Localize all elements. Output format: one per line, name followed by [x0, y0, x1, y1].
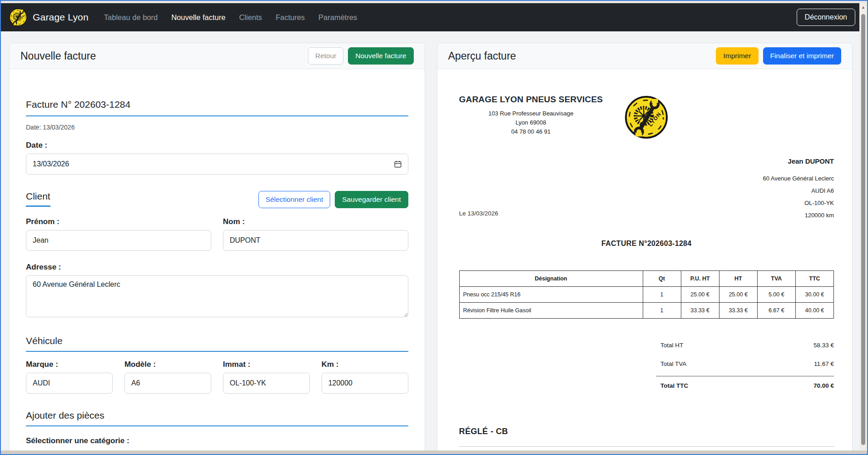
vehicle-field-label: Km : [322, 360, 408, 369]
preview-title: Aperçu facture [448, 50, 516, 62]
garage-logo-icon [9, 8, 27, 26]
cell-tva: 5.00 € [757, 287, 795, 303]
last-name-label: Nom : [223, 217, 408, 226]
vehicle-heading: Véhicule [26, 335, 408, 352]
window-bottom-edge [1, 450, 867, 454]
table-header-cell: HT [719, 271, 757, 287]
vehicle-field: Immat : [223, 360, 310, 394]
category-label: Sélectionner une catégorie : [26, 436, 408, 445]
cell-designation: Pnesu occ 215/45 R16 [459, 287, 643, 303]
parts-heading: Ajouter des pièces [26, 410, 408, 426]
page-title: Nouvelle facture [20, 50, 96, 62]
total-label: Total HT [660, 342, 683, 349]
customer-line: 60 Avenue Général Leclerc [763, 172, 834, 185]
paid-status: RÉGLÉ - CB [459, 427, 834, 436]
vehicle-field-label: Immat : [223, 360, 310, 369]
total-value: 58.33 € [813, 342, 834, 349]
nav-link[interactable]: Nouvelle facture [171, 13, 225, 22]
table-header-cell: Désignation [459, 271, 643, 287]
vehicle-field-input[interactable] [26, 373, 113, 394]
vehicle-field-input[interactable] [322, 373, 408, 394]
brand[interactable]: Garage Lyon [9, 8, 89, 26]
total-label: Total TVA [660, 360, 686, 367]
table-header-cell: TVA [757, 271, 795, 287]
customer-line: 120000 km [763, 209, 834, 221]
totals-block: Total HT 58.33 € Total TVA 11.67 € Total… [656, 338, 834, 393]
vehicle-field: Modèle : [124, 360, 211, 394]
nav-links: Tableau de bord Nouvelle facture Clients… [104, 13, 357, 22]
select-client-button[interactable]: Sélectionner client [258, 191, 331, 208]
company-block: GARAGE LYON PNEUS SERVICES 103 Rue Profe… [459, 95, 603, 137]
nav-link[interactable]: Paramètres [318, 13, 357, 22]
customer-line: OL-100-YK [763, 197, 834, 209]
invoice-number-heading: Facture N° 202603-1284 [26, 99, 408, 116]
cell-ht: 33.33 € [719, 303, 757, 319]
app-window: Garage Lyon Tableau de bord Nouvelle fac… [0, 0, 868, 455]
company-address-line: 103 Rue Professeur Beauvisage [488, 110, 573, 117]
table-header-cell: Qt [643, 271, 681, 287]
invoice-document: GARAGE LYON PNEUS SERVICES 103 Rue Profe… [437, 69, 853, 454]
logout-button[interactable]: Déconnexion [797, 9, 855, 26]
first-name-input[interactable] [26, 230, 211, 251]
vehicle-field-label: Modèle : [124, 360, 211, 369]
vertical-scrollbar[interactable]: ▲ [859, 3, 867, 450]
print-button[interactable]: Imprimer [716, 47, 758, 65]
total-row: Total HT 58.33 € [656, 338, 834, 353]
customer-line: AUDI A6 [763, 185, 834, 197]
new-invoice-button[interactable]: Nouvelle facture [348, 47, 413, 65]
cell-unit-price: 25.00 € [681, 287, 719, 303]
scroll-up-arrow[interactable]: ▲ [859, 3, 867, 11]
cell-ttc: 30.00 € [795, 287, 833, 303]
last-name-input[interactable] [223, 230, 408, 251]
total-value: 11.67 € [814, 360, 834, 367]
total-value: 70.00 € [813, 382, 834, 389]
navbar: Garage Lyon Tableau de bord Nouvelle fac… [1, 3, 867, 31]
save-client-button[interactable]: Sauvegarder client [335, 191, 408, 208]
total-row: Total TTC 70.00 € [656, 376, 834, 393]
table-header-cell: P.U. HT [681, 271, 719, 287]
client-heading: Client [26, 191, 50, 207]
vehicle-field-input[interactable] [223, 373, 310, 394]
address-label: Adresse : [26, 263, 408, 272]
vehicle-field: Km : [322, 360, 408, 394]
customer-name: Jean DUPONT [763, 157, 834, 165]
main-content: Nouvelle facture Retour Nouvelle facture… [1, 31, 867, 454]
scrollbar-thumb[interactable] [861, 14, 865, 445]
calendar-icon[interactable] [394, 160, 402, 168]
cell-ht: 25.00 € [719, 287, 757, 303]
cell-unit-price: 33.33 € [681, 303, 719, 319]
new-invoice-card: Nouvelle facture Retour Nouvelle facture… [9, 43, 425, 454]
customer-block: Jean DUPONT 60 Avenue Général Leclerc AU… [763, 157, 834, 221]
cell-qty: 1 [643, 303, 681, 319]
company-address-line: 04 78 00 46 91 [488, 128, 573, 135]
client-section: Client Sélectionner client Sauvegarder c… [26, 191, 408, 319]
nav-link[interactable]: Tableau de bord [104, 13, 158, 22]
invoice-items-table: DésignationQtP.U. HTHTTVATTC Pnesu occ 2… [459, 270, 834, 319]
finalize-print-button[interactable]: Finaliser et imprimer [763, 47, 841, 65]
nav-link[interactable]: Factures [276, 13, 305, 22]
vehicle-field: Marque : [26, 360, 113, 394]
parts-section: Ajouter des pièces Sélectionner une caté… [26, 410, 408, 454]
cell-tva: 6.67 € [757, 303, 795, 319]
vehicle-field-label: Marque : [26, 360, 113, 369]
address-textarea[interactable]: 60 Avenue Général Leclerc [26, 275, 408, 317]
total-label: Total TTC [660, 382, 688, 389]
first-name-label: Prénom : [26, 217, 211, 226]
total-row: Total TVA 11.67 € [656, 356, 834, 371]
table-header-row: DésignationQtP.U. HTHTTVATTC [459, 271, 834, 287]
invoice-preview-card: Aperçu facture Imprimer Finaliser et imp… [437, 43, 853, 454]
cell-designation: Révision Filtre Huile Gasoil [459, 303, 643, 319]
date-input[interactable] [26, 154, 408, 175]
date-caption: Date: 13/03/2026 [26, 124, 408, 131]
invoice-form: Facture N° 202603-1284 Date: 13/03/2026 … [10, 69, 425, 454]
company-address-line: Lyon 69008 [488, 119, 573, 126]
back-button[interactable]: Retour [308, 47, 344, 65]
vehicle-field-input[interactable] [124, 373, 211, 394]
table-row: Pnesu occ 215/45 R16 1 25.00 € 25.00 € 5… [459, 287, 834, 303]
cell-qty: 1 [643, 287, 681, 303]
brand-name: Garage Lyon [33, 12, 89, 23]
invoice-date: Le 13/03/2026 [459, 210, 498, 221]
nav-link[interactable]: Clients [239, 13, 262, 22]
table-row: Révision Filtre Huile Gasoil 1 33.33 € 3… [459, 303, 834, 319]
cell-ttc: 40.00 € [795, 303, 833, 319]
